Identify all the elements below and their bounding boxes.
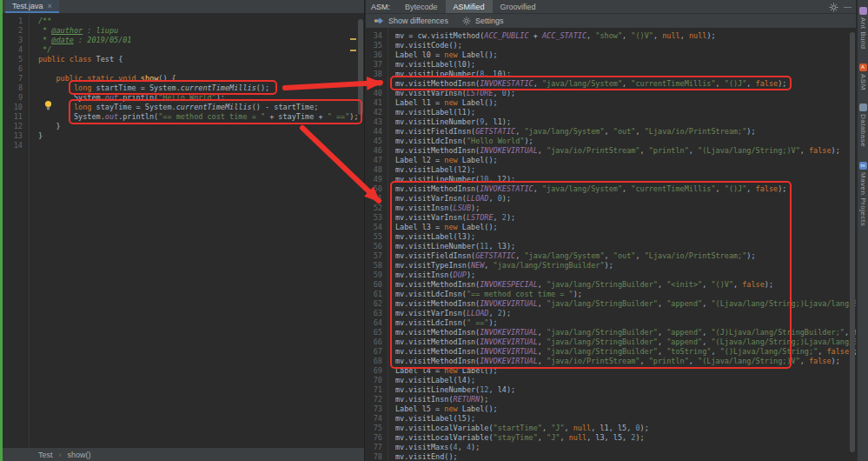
- code-line: Label l5 = new Label();: [395, 404, 856, 414]
- settings-label: Settings: [475, 17, 504, 25]
- show-differences-button[interactable]: Show differences: [374, 17, 448, 25]
- code-line: mv = cw.visitMethod(ACC_PUBLIC + ACC_STA…: [395, 31, 856, 41]
- settings-button[interactable]: Settings: [462, 17, 504, 25]
- tab-close-icon[interactable]: ×: [48, 2, 52, 10]
- intention-bulb-icon[interactable]: [43, 100, 53, 110]
- left-editor-code[interactable]: /** * @author : liupu * @date : 2019/05/…: [30, 14, 364, 447]
- tool-button-database[interactable]: Database: [859, 104, 867, 147]
- gutter-line-number: 5: [0, 55, 29, 64]
- code-line: public class Test {: [38, 55, 364, 64]
- code-line: mv.visitLdcInsn(" ==");: [395, 318, 856, 328]
- gutter-line-number: 51: [366, 194, 388, 204]
- code-line: long stayTime = System.currentTimeMillis…: [38, 103, 364, 112]
- code-line: mv.visitMethodInsn(INVOKEVIRTUAL, "java/…: [395, 337, 856, 347]
- gutter-line-number: 72: [366, 395, 388, 404]
- gutter-line-number: 53: [366, 213, 388, 223]
- gutter-line-number: 35: [366, 41, 388, 50]
- gutter-line-number: 37: [366, 60, 388, 70]
- code-line: Label l0 = new Label();: [395, 50, 856, 60]
- gutter-line-number: 52: [366, 204, 388, 213]
- tab-bytecode[interactable]: Bytecode: [397, 0, 446, 13]
- tool-button-label: Database: [859, 114, 867, 147]
- tool-button-ant-build[interactable]: Ant Build: [859, 7, 867, 50]
- gutter-line-number: 76: [366, 433, 388, 443]
- gutter-line-number: 2: [0, 26, 29, 36]
- maven-icon: m: [859, 162, 867, 170]
- gutter-line-number: 1: [0, 17, 29, 26]
- code-line: mv.visitInsn(LSUB);: [395, 204, 856, 213]
- source-editor[interactable]: 1234567891011121314 /** * @author : liup…: [0, 14, 364, 447]
- settings-gear-icon[interactable]: [829, 3, 838, 12]
- gutter-line-number: 34: [366, 31, 388, 41]
- asm-editor-scrollbar[interactable]: [849, 30, 856, 459]
- diff-icon: [374, 17, 384, 25]
- gutter-line-number: 41: [366, 98, 388, 108]
- code-line: mv.visitMethodInsn(INVOKEVIRTUAL, "java/…: [395, 347, 856, 357]
- gutter-line-number: 42: [366, 108, 388, 117]
- gutter-line-number: 10: [0, 103, 29, 112]
- asm-editor[interactable]: 3435363738394041424344454647484950515253…: [366, 29, 856, 461]
- tool-button-asm[interactable]: AASM: [859, 63, 867, 90]
- asm-editor-gutter[interactable]: 3435363738394041424344454647484950515253…: [366, 29, 388, 461]
- gutter-line-number: 13: [0, 131, 29, 141]
- tab-label: Test.java: [12, 2, 43, 10]
- code-line: mv.visitLineNumber(11, l3);: [395, 242, 856, 251]
- code-line: Label l1 = new Label();: [395, 98, 856, 108]
- code-line: mv.visitLocalVariable("stayTime", "J", n…: [395, 433, 856, 443]
- tool-stripe: Ant BuildAASMDatabasemMaven Projects: [857, 0, 868, 461]
- gutter-line-number: 38: [366, 70, 388, 79]
- code-line: mv.visitEnd();: [395, 452, 856, 461]
- gutter-line-number: 60: [366, 280, 388, 290]
- breadcrumb-item-method[interactable]: show(): [68, 451, 91, 459]
- tool-button-maven-projects[interactable]: mMaven Projects: [859, 162, 867, 226]
- asm-panel-label: ASM:: [371, 3, 390, 11]
- code-line: [38, 141, 364, 150]
- code-line: mv.visitLabel(l0);: [395, 60, 856, 70]
- gutter-line-number: 75: [366, 424, 388, 433]
- tab-asmified[interactable]: ASMified: [446, 0, 493, 13]
- gutter-line-number: 77: [366, 443, 388, 452]
- left-editor-gutter[interactable]: 1234567891011121314: [0, 14, 30, 447]
- gutter-line-number: 64: [366, 318, 388, 328]
- code-line: mv.visitLabel(l4);: [395, 376, 856, 385]
- tool-button-label: ASM: [859, 74, 867, 90]
- gutter-line-number: 49: [366, 175, 388, 184]
- code-line: mv.visitLabel(l3);: [395, 232, 856, 242]
- code-line: mv.visitMethodInsn(INVOKESTATIC, "java/l…: [395, 79, 856, 89]
- hide-panel-icon[interactable]: —: [844, 3, 851, 11]
- asm-editor-code[interactable]: mv = cw.visitMethod(ACC_PUBLIC + ACC_STA…: [388, 29, 856, 461]
- breadcrumb-item-class[interactable]: Test: [38, 451, 53, 459]
- gutter-line-number: 61: [366, 290, 388, 299]
- tab-test-java[interactable]: Test.java ×: [5, 0, 59, 13]
- gear-icon: [462, 17, 471, 25]
- code-line: mv.visitLdcInsn("== method cost time = "…: [395, 290, 856, 299]
- gutter-line-number: 71: [366, 385, 388, 395]
- gutter-line-number: 48: [366, 165, 388, 175]
- code-line: /**: [38, 17, 364, 26]
- ant-build-icon: [859, 7, 867, 15]
- code-line: */: [38, 45, 364, 55]
- code-line: mv.visitInsn(DUP);: [395, 271, 856, 280]
- code-line: * @author : liupu: [38, 26, 364, 36]
- tool-button-label: Ant Build: [859, 17, 867, 50]
- code-line: mv.visitMethodInsn(INVOKEVIRTUAL, "java/…: [395, 146, 856, 156]
- asm-tab-bar: BytecodeASMifiedGroovified: [397, 0, 544, 13]
- ide-window: Test.java × 1234567891011121314 /** * @a…: [0, 0, 868, 461]
- database-icon: [859, 104, 867, 111]
- gutter-line-number: 45: [366, 137, 388, 146]
- gutter-line-number: 8: [0, 84, 29, 93]
- gutter-line-number: 50: [366, 184, 388, 194]
- gutter-line-number: 12: [0, 122, 29, 131]
- gutter-line-number: 70: [366, 376, 388, 385]
- code-line: mv.visitVarInsn(LLOAD, 0);: [395, 194, 856, 204]
- gutter-line-number: 62: [366, 299, 388, 309]
- tool-button-label: Maven Projects: [859, 172, 867, 226]
- gutter-line-number: 54: [366, 223, 388, 232]
- gutter-line-number: 74: [366, 414, 388, 424]
- left-editor-scrollbar[interactable]: [357, 16, 364, 445]
- tab-groovified[interactable]: Groovified: [493, 0, 544, 13]
- code-line: mv.visitLineNumber(8, l0);: [395, 70, 856, 79]
- code-line: mv.visitCode();: [395, 41, 856, 50]
- editor-tab-bar: Test.java ×: [0, 0, 364, 14]
- code-line: System.out.println("== method cost time …: [38, 112, 364, 122]
